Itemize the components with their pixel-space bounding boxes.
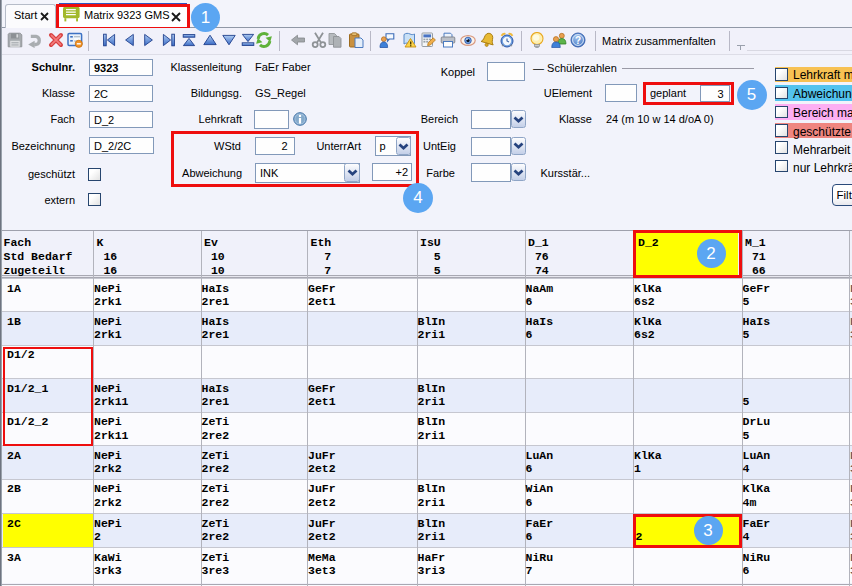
svg-text:?: ? bbox=[575, 34, 581, 45]
